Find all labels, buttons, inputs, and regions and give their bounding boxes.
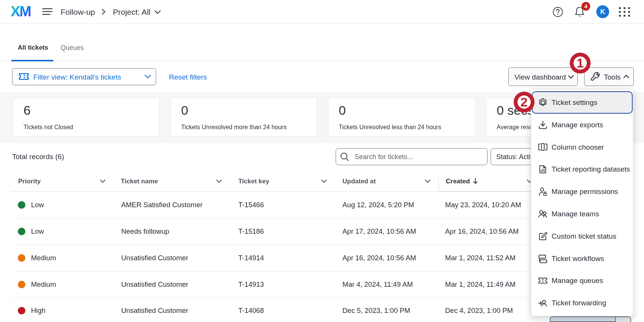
svg-text:XM: XM: [11, 5, 31, 17]
